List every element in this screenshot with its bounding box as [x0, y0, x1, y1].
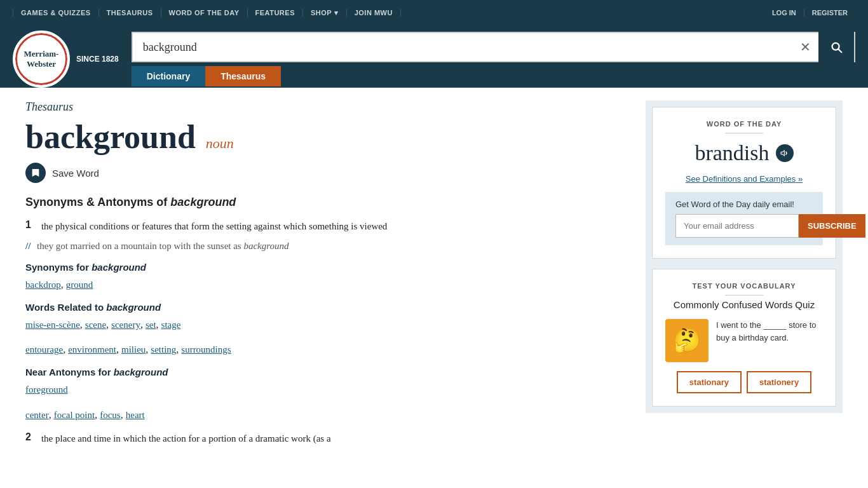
wotd-word-text: brandish [695, 141, 769, 165]
site-header: Merriam- Webster SINCE 1828 ✕ Dictionary… [0, 25, 868, 88]
logo: Merriam- Webster [13, 30, 70, 88]
email-section: Get Word of the Day daily email! SUBSCRI… [665, 192, 823, 245]
entry-1-row: 1 the physical conditions or features th… [25, 219, 620, 234]
right-sidebar: WORD OF THE DAY brandish See Definitions… [646, 100, 843, 451]
speaker-icon [780, 149, 789, 158]
word-link-backdrop[interactable]: backdrop [25, 280, 61, 290]
vocab-label: TEST YOUR VOCABULARY [665, 282, 823, 290]
top-nav-links: GAMES & QUIZZES THESAURUS WORD OF THE DA… [13, 9, 401, 17]
entry-2-number: 2 [25, 431, 31, 443]
email-label: Get Word of the Day daily email! [675, 200, 813, 209]
search-icon [829, 40, 843, 54]
nav-games-quizzes[interactable]: GAMES & QUIZZES [13, 9, 99, 17]
wotd-card: WORD OF THE DAY brandish See Definitions… [652, 107, 836, 259]
wotd-label: WORD OF THE DAY [665, 120, 823, 128]
word-link-scenery[interactable]: scenery [111, 320, 140, 330]
wotd-divider [725, 133, 763, 133]
search-input[interactable] [133, 41, 792, 54]
word-link-stage[interactable]: stage [161, 320, 181, 330]
vocab-quiz-title: Commonly Confused Words Quiz [665, 299, 823, 310]
word-link-center[interactable]: center [25, 410, 49, 420]
vocab-options: stationary stationery [665, 371, 823, 393]
dictionary-tabs: Dictionary Thesaurus [132, 66, 855, 86]
logo-line2: Webster [27, 59, 56, 69]
entry-2-row: 2 the place and time in which the action… [25, 431, 620, 446]
subscribe-button[interactable]: SUBSCRIBE [799, 214, 865, 238]
vocab-image-row: 🤔 I went to the _____ store to buy a bir… [665, 319, 823, 362]
since-text: SINCE 1828 [76, 55, 119, 64]
nav-join-mwu[interactable]: JOIN MWU [347, 9, 401, 17]
word-link-foreground[interactable]: foreground [25, 384, 68, 395]
synonyms-list: backdrop, ground [25, 276, 620, 293]
word-link-milieu[interactable]: milieu [121, 344, 146, 355]
nav-shop[interactable]: SHOP ▾ [303, 9, 347, 17]
search-area: ✕ Dictionary Thesaurus [132, 32, 855, 86]
entry-2-definition: the place and time in which the action f… [41, 431, 331, 446]
tab-dictionary[interactable]: Dictionary [132, 66, 205, 86]
save-word-label: Save Word [52, 168, 99, 179]
chevron-down-icon: ▾ [334, 9, 339, 17]
word-link-surroundings[interactable]: surroundings [181, 344, 231, 355]
word-header: background noun [25, 119, 620, 155]
synonyms-heading: Synonyms & Antonyms of background [25, 196, 620, 209]
word-link-set[interactable]: set [146, 320, 156, 330]
antonyms-list-2: center, focal point, focus, heart [25, 407, 620, 423]
tab-thesaurus[interactable]: Thesaurus [205, 66, 281, 86]
word-link-heart[interactable]: heart [126, 410, 145, 420]
word-link-focal-point[interactable]: focal point [54, 410, 95, 420]
top-navigation: GAMES & QUIZZES THESAURUS WORD OF THE DA… [0, 0, 868, 25]
vocab-option-stationary[interactable]: stationary [677, 371, 742, 393]
related-words-label: Words Related to background [25, 302, 620, 313]
word-link-mise-en-scene[interactable]: mise-en-scène [25, 320, 80, 330]
word-link-focus[interactable]: focus [100, 410, 121, 420]
search-button[interactable] [818, 32, 854, 62]
email-row: SUBSCRIBE [675, 214, 813, 238]
double-slash-icon: // [25, 241, 31, 251]
save-word-area[interactable]: Save Word [25, 163, 620, 183]
nav-features[interactable]: FEATURES [248, 9, 303, 17]
synonyms-for-label: Synonyms for background [25, 262, 620, 273]
related-list-1: mise-en-scène, scene, scenery, set, stag… [25, 316, 620, 333]
antonyms-list-1: foreground [25, 381, 620, 398]
entry-1-example: // they got married on a mountain top wi… [25, 239, 620, 254]
logo-area: Merriam- Webster SINCE 1828 [13, 30, 119, 88]
entry-1-definition: the physical conditions or features that… [41, 219, 387, 234]
word-link-scene[interactable]: scene [85, 320, 106, 330]
antonyms-label: Near Antonyms for background [25, 367, 620, 377]
sidebar-background: WORD OF THE DAY brandish See Definitions… [646, 100, 843, 413]
word-link-setting[interactable]: setting [151, 344, 176, 355]
clear-search-button[interactable]: ✕ [792, 39, 818, 55]
vocab-card: TEST YOUR VOCABULARY Commonly Confused W… [652, 269, 836, 407]
logo-line1: Merriam- [24, 49, 59, 58]
word-link-environment[interactable]: environment [68, 344, 116, 355]
wotd-word-area: brandish [665, 141, 823, 165]
main-word: background [25, 119, 196, 155]
audio-button[interactable] [776, 144, 794, 162]
nav-log-in[interactable]: LOG IN [764, 9, 804, 17]
nav-word-of-the-day[interactable]: WORD OF THE DAY [161, 9, 248, 17]
section-label: Thesaurus [25, 100, 620, 114]
entry-1-number: 1 [25, 219, 31, 231]
part-of-speech: noun [206, 135, 234, 152]
main-container: Thesaurus background noun Save Word Syno… [0, 88, 868, 464]
word-link-ground[interactable]: ground [66, 280, 93, 290]
related-list-2: entourage, environment, milieu, setting,… [25, 341, 620, 358]
nav-thesaurus[interactable]: THESAURUS [99, 9, 161, 17]
content-area: Thesaurus background noun Save Word Syno… [25, 100, 620, 451]
search-bar: ✕ [132, 32, 855, 62]
word-link-entourage[interactable]: entourage [25, 344, 63, 355]
wotd-definitions-link[interactable]: See Definitions and Examples » [686, 174, 803, 184]
vocab-option-stationery[interactable]: stationery [747, 371, 811, 393]
nav-register[interactable]: REGISTER [804, 9, 855, 17]
bookmark-icon [25, 163, 46, 183]
top-nav-auth: LOG IN REGISTER [764, 9, 855, 17]
email-input[interactable] [675, 214, 799, 238]
vocab-sentence: I went to the _____ store to buy a birth… [716, 319, 823, 344]
vocab-emoji-image: 🤔 [665, 319, 709, 362]
vocab-divider [725, 295, 763, 295]
